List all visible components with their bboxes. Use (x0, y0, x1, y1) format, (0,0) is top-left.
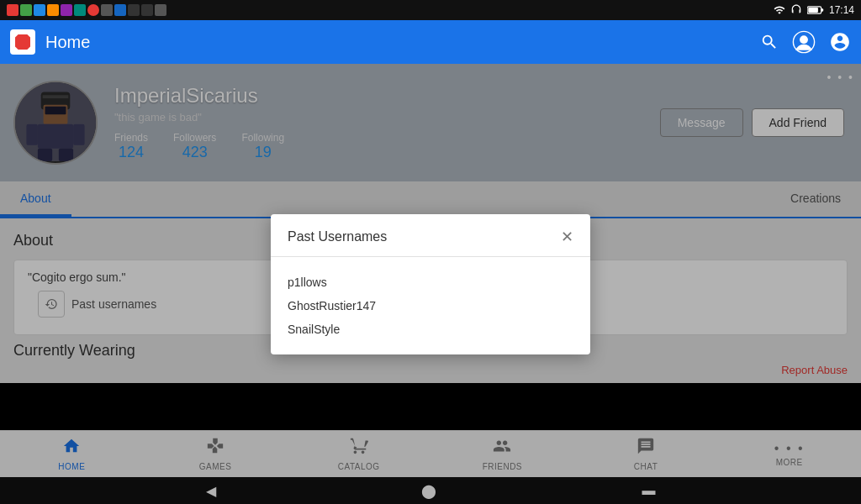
app-wrapper: 17:14 Home (0, 0, 861, 504)
settings-button[interactable] (829, 31, 851, 53)
content-area: ImperialSicarius "this game is bad" Frie… (0, 64, 861, 504)
roblox-logo-inner (15, 34, 30, 50)
modal-close-button[interactable]: ✕ (561, 228, 573, 246)
username-item-0: p1llows (288, 270, 573, 294)
modal-header: Past Usernames ✕ (271, 214, 590, 257)
person-icon (792, 30, 816, 54)
roblox-logo (10, 29, 35, 55)
modal-title: Past Usernames (288, 229, 387, 244)
svg-rect-2 (821, 8, 824, 11)
svg-point-4 (800, 35, 808, 44)
modal-overlay[interactable]: Past Usernames ✕ p1llows GhostRustier147… (0, 64, 861, 504)
nav-icons (760, 30, 851, 54)
nav-title: Home (45, 33, 750, 52)
profile-button[interactable] (792, 30, 816, 54)
search-button[interactable] (760, 33, 779, 51)
past-usernames-modal: Past Usernames ✕ p1llows GhostRustier147… (271, 214, 590, 354)
wifi-icon (774, 4, 785, 16)
modal-body: p1llows GhostRustier147 SnailStyle (271, 257, 590, 354)
status-bar-left (7, 4, 166, 16)
status-bar-right: 17:14 (774, 4, 854, 16)
username-item-2: SnailStyle (288, 318, 573, 341)
top-nav: Home (0, 20, 861, 64)
username-item-1: GhostRustier147 (288, 294, 573, 318)
status-bar: 17:14 (0, 0, 861, 20)
svg-rect-1 (808, 8, 818, 13)
settings-icon (829, 31, 851, 53)
battery-icon (807, 5, 824, 15)
headphones-icon (790, 4, 802, 16)
search-icon (760, 33, 779, 51)
time-display: 17:14 (829, 4, 854, 16)
